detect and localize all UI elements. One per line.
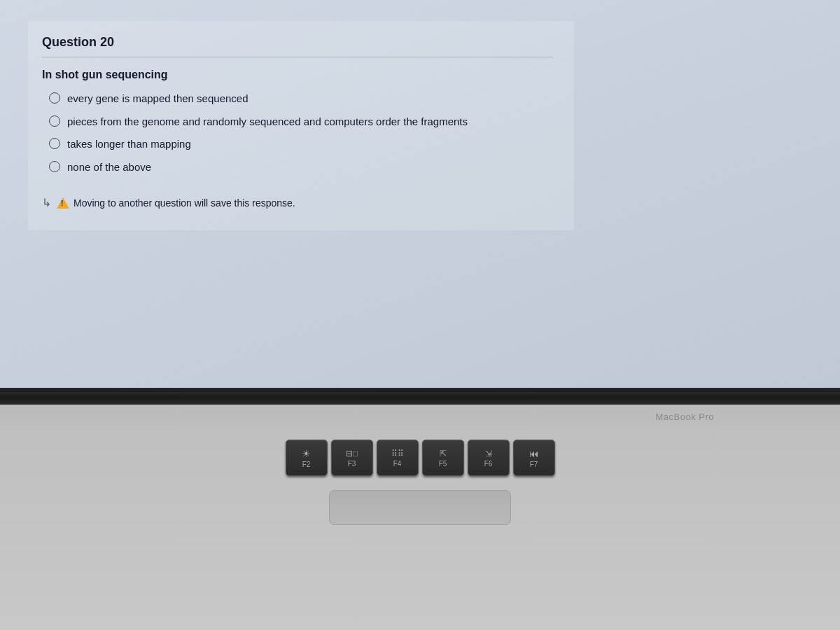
f5-label: F5 <box>439 460 447 468</box>
option-b[interactable]: pieces from the genome and randomly sequ… <box>49 114 553 130</box>
f5-icon: ⇱ <box>440 449 447 458</box>
radio-d[interactable] <box>49 161 60 172</box>
save-notice-container: ↳ Moving to another question will save t… <box>42 196 553 209</box>
f7-label: F7 <box>530 461 538 468</box>
f4-key[interactable]: ⠿⠿ F4 <box>377 440 419 476</box>
question-container: Question 20 In shot gun sequencing every… <box>28 21 574 230</box>
macbook-label: MacBook Pro <box>655 412 714 422</box>
warning-triangle <box>57 197 69 209</box>
f2-icon: ☀ <box>302 448 311 459</box>
option-a[interactable]: every gene is mapped then sequenced <box>49 91 553 107</box>
arrow-icon: ↳ <box>42 196 51 209</box>
warning-icon <box>57 197 69 209</box>
trackpad[interactable] <box>329 490 511 525</box>
hinge-bar <box>0 392 840 405</box>
laptop-screen: Question 20 In shot gun sequencing every… <box>0 0 840 392</box>
f3-icon: ⊟□ <box>346 449 358 458</box>
f7-icon: ⏮ <box>529 448 539 459</box>
f4-label: F4 <box>393 460 402 468</box>
radio-a[interactable] <box>49 92 60 104</box>
option-c-text: takes longer than mapping <box>67 136 553 153</box>
f3-label: F3 <box>348 460 356 468</box>
function-key-row: ☀ F2 ⊟□ F3 ⠿⠿ F4 ⇱ F5 ⇲ F6 ⏮ F7 <box>14 440 826 476</box>
f5-key[interactable]: ⇱ F5 <box>422 440 464 476</box>
f6-label: F6 <box>484 460 493 468</box>
question-stem: In shot gun sequencing <box>42 69 553 81</box>
option-b-text: pieces from the genome and randomly sequ… <box>67 114 553 130</box>
options-list: every gene is mapped then sequenced piec… <box>49 91 553 175</box>
option-c[interactable]: takes longer than mapping <box>49 136 553 153</box>
macbook-body: MacBook Pro ☀ F2 ⊟□ F3 ⠿⠿ F4 ⇱ F5 ⇲ F6 <box>0 392 840 630</box>
keyboard-area: ☀ F2 ⊟□ F3 ⠿⠿ F4 ⇱ F5 ⇲ F6 ⏮ F7 <box>14 440 826 476</box>
f7-key[interactable]: ⏮ F7 <box>513 440 555 476</box>
radio-b[interactable] <box>49 115 60 127</box>
question-number: Question 20 <box>42 35 553 57</box>
save-notice-text: Moving to another question will save thi… <box>74 197 295 209</box>
radio-c[interactable] <box>49 138 60 149</box>
f6-key[interactable]: ⇲ F6 <box>468 440 510 476</box>
f3-key[interactable]: ⊟□ F3 <box>331 440 373 476</box>
option-d-text: none of the above <box>67 160 553 176</box>
f4-icon: ⠿⠿ <box>391 449 404 458</box>
option-d[interactable]: none of the above <box>49 160 553 176</box>
option-a-text: every gene is mapped then sequenced <box>67 91 553 107</box>
f2-label: F2 <box>302 461 311 468</box>
f6-icon: ⇲ <box>485 449 492 458</box>
f2-key[interactable]: ☀ F2 <box>286 440 328 476</box>
